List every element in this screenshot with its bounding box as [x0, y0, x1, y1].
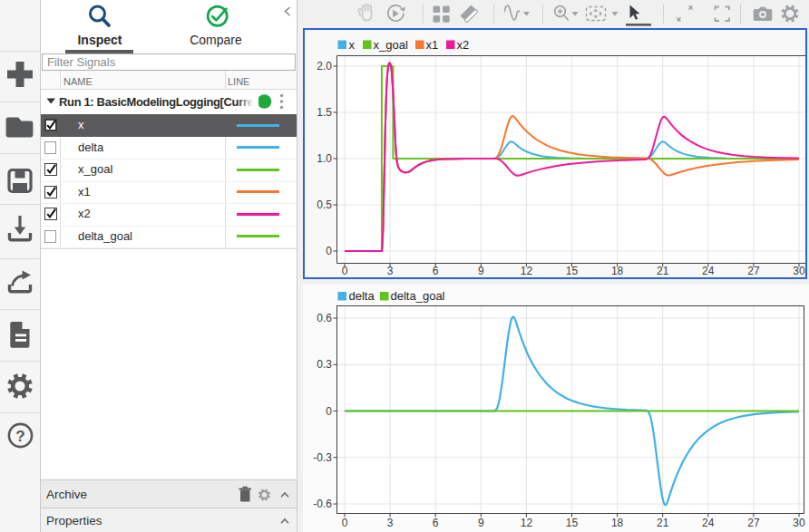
svg-text:x_goal: x_goal [374, 38, 408, 52]
svg-text:-0.6: -0.6 [313, 498, 332, 510]
svg-text:21: 21 [657, 265, 669, 277]
svg-text:3: 3 [387, 265, 394, 277]
svg-text:0.6: 0.6 [317, 312, 332, 324]
svg-text:24: 24 [702, 265, 715, 277]
svg-text:18: 18 [611, 265, 624, 277]
svg-text:1.0: 1.0 [317, 152, 332, 165]
svg-text:x: x [349, 38, 356, 52]
svg-text:?: ? [15, 428, 24, 445]
svg-text:0.5: 0.5 [317, 198, 332, 211]
svg-text:30: 30 [793, 265, 805, 277]
svg-text:x2: x2 [457, 38, 470, 52]
svg-text:0: 0 [326, 405, 332, 418]
svg-text:0: 0 [326, 245, 332, 257]
svg-text:6: 6 [433, 517, 439, 529]
svg-text:27: 27 [747, 265, 760, 277]
svg-text:0.3: 0.3 [317, 358, 332, 371]
svg-text:12: 12 [521, 517, 533, 529]
svg-text:15: 15 [566, 517, 579, 529]
svg-text:1.5: 1.5 [317, 106, 332, 119]
svg-text:9: 9 [478, 265, 484, 277]
svg-text:2.0: 2.0 [317, 60, 332, 73]
svg-text:-0.3: -0.3 [313, 451, 332, 464]
svg-text:21: 21 [657, 517, 669, 529]
svg-text:0: 0 [342, 265, 348, 277]
svg-text:3: 3 [387, 517, 394, 529]
svg-text:6: 6 [433, 265, 439, 277]
svg-text:9: 9 [478, 517, 484, 529]
svg-text:15: 15 [566, 265, 579, 277]
svg-text:0: 0 [342, 517, 348, 529]
svg-text:24: 24 [702, 517, 715, 529]
svg-text:delta_goal: delta_goal [391, 289, 445, 303]
svg-text:18: 18 [611, 517, 624, 529]
svg-text:12: 12 [521, 265, 533, 277]
svg-text:27: 27 [747, 517, 760, 529]
svg-text:x1: x1 [426, 38, 439, 52]
svg-text:delta: delta [349, 289, 375, 303]
svg-text:30: 30 [793, 517, 805, 529]
